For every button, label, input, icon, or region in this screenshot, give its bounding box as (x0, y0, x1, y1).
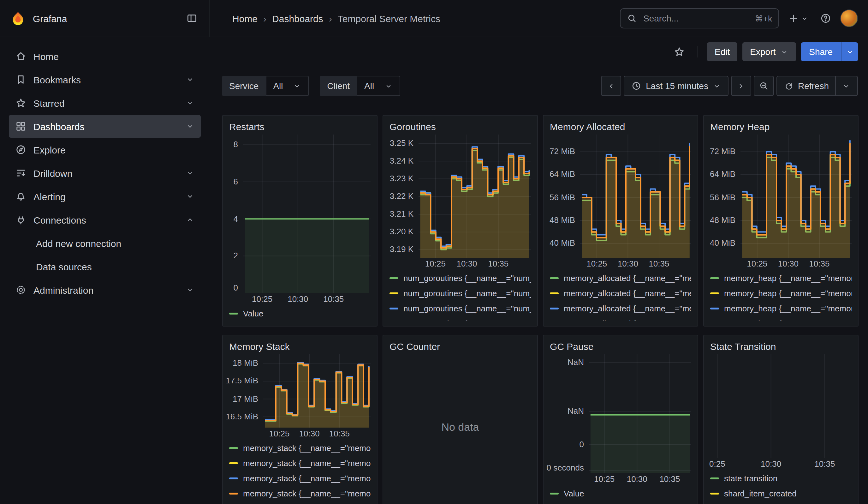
sidebar-item-data-sources[interactable]: Data sources (9, 255, 201, 278)
panel-state-transition: State Transition 0:2510:3010:35 state tr… (703, 335, 859, 504)
legend-swatch (229, 312, 238, 314)
chevron-down-icon (384, 82, 392, 90)
sidebar-item-bookmarks[interactable]: Bookmarks (9, 68, 201, 91)
breadcrumb-dashboards[interactable]: Dashboards (272, 13, 323, 24)
chevron-down-icon[interactable] (186, 169, 194, 177)
help-button[interactable] (817, 10, 834, 27)
chart-plot[interactable] (580, 134, 691, 258)
legend-item[interactable]: memory_heap {__name__="memory_h (710, 270, 851, 286)
time-shift-back-button[interactable] (601, 76, 621, 96)
legend-item[interactable]: Value (229, 306, 371, 321)
legend-item[interactable]: memory_allocated {__name__="memo (550, 286, 691, 301)
sidebar-item-starred[interactable]: Starred (9, 92, 201, 114)
legend-swatch (390, 292, 398, 294)
sidebar-item-administration[interactable]: Administration (9, 278, 201, 301)
legend-item[interactable]: memory_stack {__name__="memory_s (229, 471, 371, 486)
legend-item[interactable]: state transition (710, 471, 851, 486)
sidebar-toggle-icon[interactable] (184, 10, 200, 27)
legend-swatch (390, 277, 398, 279)
client-variable-select[interactable]: All (356, 76, 400, 96)
panel-title[interactable]: GC Pause (550, 339, 691, 354)
apps-icon (15, 121, 27, 132)
chart-plot[interactable] (741, 134, 851, 258)
search-input[interactable] (642, 13, 750, 24)
x-axis: 10:2510:3010:35 (243, 293, 371, 305)
panel-title[interactable]: Memory Stack (229, 339, 371, 354)
panel-title[interactable]: Restarts (229, 119, 371, 134)
star-icon (15, 97, 27, 109)
legend-label: memory_heap {__name__="memory_h (724, 319, 851, 321)
sidebar-item-connections[interactable]: Connections (9, 208, 201, 231)
x-axis: 10:2510:3010:35 (741, 258, 851, 269)
panel-title[interactable]: Memory Allocated (550, 119, 691, 134)
sidebar-item-add-new-connection[interactable]: Add new connection (9, 232, 201, 255)
chevron-down-icon[interactable] (186, 192, 194, 201)
sidebar-item-alerting[interactable]: Alerting (9, 185, 201, 208)
time-shift-forward-button[interactable] (731, 76, 751, 96)
panel-title[interactable]: State Transition (710, 339, 851, 354)
legend-item[interactable]: memory_allocated {__name__="memo (550, 301, 691, 316)
chevron-down-icon[interactable] (186, 75, 194, 84)
legend-item[interactable]: memory_heap {__name__="memory_h (710, 301, 851, 316)
export-button-label: Export (750, 47, 776, 57)
new-button[interactable] (785, 10, 811, 27)
template-variables: Service All Client All (222, 76, 400, 96)
zoom-out-button[interactable] (754, 76, 774, 96)
favorite-star-button[interactable] (670, 42, 689, 61)
legend-label: memory_heap {__name__="memory_h (724, 304, 851, 313)
legend-swatch (710, 307, 719, 309)
legend-swatch (550, 492, 559, 494)
chevron-up-icon[interactable] (186, 215, 194, 224)
no-data-message: No data (390, 354, 531, 501)
share-options-button[interactable] (841, 42, 858, 61)
legend-item[interactable]: memory_allocated {__name__="memo (550, 316, 691, 321)
time-range-picker[interactable]: Last 15 minutes (624, 76, 728, 96)
grafana-logo-icon[interactable] (10, 10, 26, 26)
legend-label: memory_stack {__name__="memory_s (243, 443, 371, 453)
legend-label: memory_stack {__name__="memory_s (243, 458, 371, 468)
legend-item[interactable]: memory_stack {__name__="memory_s (229, 486, 371, 501)
breadcrumb-home[interactable]: Home (232, 13, 258, 24)
legend-item[interactable]: memory_heap {__name__="memory_h (710, 316, 851, 321)
main-content: Edit Export Share Service (209, 37, 868, 504)
panel-memory-allocated: Memory Allocated 72 MiB64 MiB56 MiB48 Mi… (543, 115, 698, 327)
search-box[interactable]: ⌘+k (620, 8, 779, 28)
export-button[interactable]: Export (742, 42, 796, 61)
share-split-button[interactable]: Share (801, 42, 858, 61)
legend-item[interactable]: num_goroutines {__name__="num_go (390, 316, 531, 321)
service-variable-select[interactable]: All (266, 76, 309, 96)
panel-title[interactable]: GC Counter (390, 339, 531, 354)
chart-plot[interactable] (589, 354, 691, 473)
legend-item[interactable]: Value (550, 486, 691, 501)
refresh-split-button[interactable]: Refresh (776, 76, 858, 96)
legend-swatch (550, 277, 559, 279)
clock-icon (631, 81, 641, 91)
legend-item[interactable]: memory_stack {__name__="memory_s (229, 455, 371, 471)
chart-plot[interactable] (710, 354, 851, 458)
panel-title[interactable]: Goroutines (390, 119, 531, 134)
panel-title[interactable]: Memory Heap (710, 119, 851, 134)
legend-item[interactable]: memory_heap {__name__="memory_h (710, 286, 851, 301)
legend-item[interactable]: num_goroutines {__name__="num_go (390, 286, 531, 301)
legend-swatch (710, 292, 719, 294)
legend-item[interactable]: shard_item_created (710, 486, 851, 501)
legend-item[interactable]: memory_allocated {__name__="memo (550, 270, 691, 286)
chevron-down-icon[interactable] (186, 122, 194, 131)
share-button-label[interactable]: Share (801, 42, 841, 61)
legend-item[interactable]: num_goroutines {__name__="num_go (390, 270, 531, 286)
sidebar-item-dashboards[interactable]: Dashboards (9, 115, 201, 138)
legend-swatch (229, 477, 238, 479)
legend-item[interactable]: num_goroutines {__name__="num_go (390, 301, 531, 316)
chevron-down-icon[interactable] (186, 99, 194, 107)
sidebar-item-home[interactable]: Home (9, 45, 201, 68)
edit-button[interactable]: Edit (707, 42, 737, 61)
chevron-down-icon[interactable] (186, 286, 194, 294)
chart-plot[interactable] (263, 354, 371, 428)
user-avatar[interactable] (840, 10, 858, 27)
legend-item[interactable]: memory_stack {__name__="memory_s (229, 440, 371, 455)
sidebar-item-explore[interactable]: Explore (9, 138, 201, 161)
sidebar-item-drilldown[interactable]: Drilldown (9, 162, 201, 184)
legend-swatch (550, 307, 559, 309)
chart-plot[interactable] (418, 134, 531, 258)
chart-plot[interactable] (243, 134, 371, 293)
